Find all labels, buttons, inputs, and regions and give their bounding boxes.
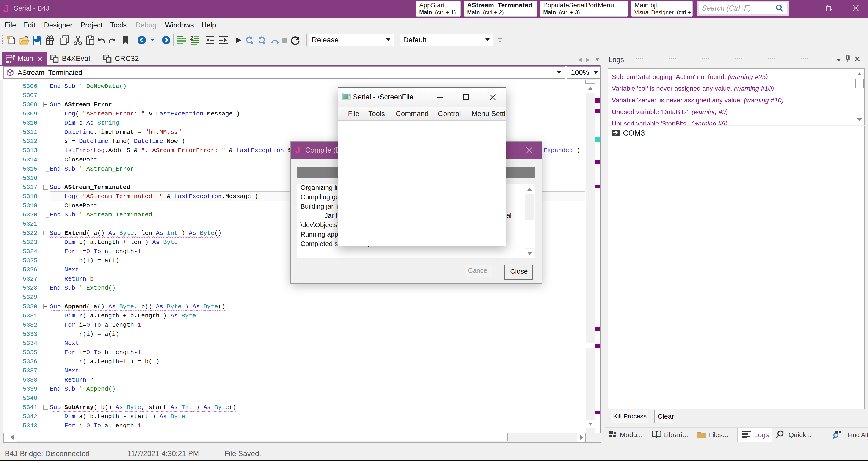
svg-text:2: 2 [190,35,193,41]
